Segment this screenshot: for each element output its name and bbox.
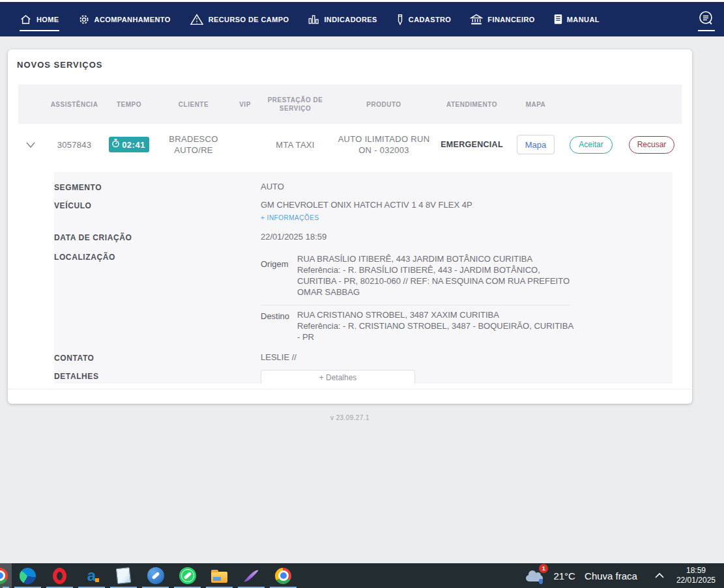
col-tempo: TEMPO <box>106 100 152 109</box>
home-icon <box>20 14 32 25</box>
veiculo-label: VEÍCULO <box>54 199 261 211</box>
detail-row-veiculo: VEÍCULO GM CHEVROLET ONIX HATCH ACTIV 1 … <box>54 199 673 223</box>
nav-item-label: CADASTRO <box>409 16 452 23</box>
taskbar-file-explorer-icon[interactable] <box>203 563 235 588</box>
detail-row-segmento: SEGMENTO AUTO <box>54 181 673 193</box>
chat-icon <box>697 9 715 30</box>
taskbar-app-a-icon[interactable]: a <box>76 563 108 588</box>
origem-destino-divider <box>261 305 570 305</box>
origem-label: Origem <box>261 253 291 270</box>
table-row: 3057843 02:41 BRADESCO AUTO/RE MTA TAXI … <box>18 124 682 165</box>
origem-referencia: Referência: - R. BRASÍLIO ITIBERÊ, 443 -… <box>297 265 570 297</box>
document-icon <box>554 14 562 25</box>
notification-badge: 1 <box>539 564 548 573</box>
taskbar-chrome-partial-icon[interactable] <box>0 563 12 588</box>
data-criacao-value: 22/01/2025 18:59 <box>261 231 673 242</box>
app-version: v 23.09.27.1 <box>8 414 692 421</box>
temperature-value: 21°C <box>553 570 575 581</box>
data-criacao-label: DATA DE CRIAÇÃO <box>54 231 261 243</box>
timer-badge: 02:41 <box>109 137 149 152</box>
nav-item-acompanhamento[interactable]: ACOMPANHAMENTO <box>78 2 171 36</box>
col-vip: VIP <box>235 100 255 109</box>
weather-summary[interactable]: 21°C Chuva fraca <box>553 570 637 581</box>
service-details: SEGMENTO AUTO VEÍCULO GM CHEVROLET ONIX … <box>54 172 673 384</box>
taskbar-whatsapp-icon[interactable] <box>171 563 203 588</box>
nav-item-label: HOME <box>36 16 59 23</box>
weather-condition: Chuva fraca <box>585 570 637 581</box>
detalhes-button[interactable]: + Detalhes <box>261 370 415 384</box>
detail-row-data-criacao: DATA DE CRIAÇÃO 22/01/2025 18:59 <box>54 231 673 243</box>
novos-servicos-panel: NOVOS SERVIÇOS ASSISTÊNCIA TEMPO CLIENTE… <box>8 49 692 404</box>
show-hidden-icons-chevron-up-icon[interactable] <box>654 572 665 580</box>
localizacao-label: LOCALIZAÇÃO <box>54 251 261 262</box>
nav-item-label: RECURSO DE CAMPO <box>209 16 289 23</box>
nav-item-label: INDICADORES <box>324 16 377 23</box>
taskbar-opera-icon[interactable] <box>44 563 76 588</box>
detail-row-contato: CONTATO LESLIE // <box>54 352 673 363</box>
taskbar-phone-app-icon[interactable] <box>139 563 171 588</box>
nav-item-label: ACOMPANHAMENTO <box>94 16 171 23</box>
aceitar-button[interactable]: Aceitar <box>570 136 613 154</box>
informacoes-link[interactable]: + INFORMAÇÕES <box>261 212 319 223</box>
windows-taskbar: a 1 21°C Chuva fraca 18:59 22/01/2025 <box>0 563 724 588</box>
top-nav: HOME ACOMPANHAMENTO RECURSO DE CAMPO IND… <box>0 0 724 36</box>
taskbar-right: 1 21°C Chuva fraca 18:59 22/01/2025 <box>525 566 724 585</box>
destino-address: RUA CRISTIANO STROBEL, 3487 XAXIM CURITI… <box>297 310 499 320</box>
prestacao-value: MTA TAXI <box>255 139 335 150</box>
contato-value: LESLIE // <box>261 352 673 363</box>
nav-item-manual[interactable]: MANUAL <box>554 2 600 36</box>
nav-item-financeiro[interactable]: FINANCEIRO <box>470 2 534 36</box>
col-assistencia: ASSISTÊNCIA <box>43 100 106 109</box>
page-title: NOVOS SERVIÇOS <box>17 60 103 70</box>
col-mapa: MAPA <box>511 100 560 109</box>
destino-label: Destino <box>261 309 291 322</box>
cliente-value: BRADESCO AUTO/RE <box>152 133 235 156</box>
taskbar-chrome-icon[interactable] <box>267 563 299 588</box>
col-cliente: CLIENTE <box>152 100 235 109</box>
detalhes-label: DETALHES <box>54 370 261 382</box>
nav-item-recurso-de-campo[interactable]: RECURSO DE CAMPO <box>190 2 289 36</box>
gear-icon <box>78 14 90 25</box>
mapa-button[interactable]: Mapa <box>517 135 555 154</box>
segmento-label: SEGMENTO <box>54 181 261 193</box>
origem-address: RUA BRASÍLIO ITIBERÊ, 443 JARDIM BOTÂNIC… <box>297 254 532 264</box>
nav-item-label: FINANCEIRO <box>487 16 534 23</box>
pencil-icon <box>396 14 404 25</box>
taskbar-clock[interactable]: 18:59 22/01/2025 <box>676 566 716 585</box>
raindrop-icon <box>539 579 543 584</box>
atendimento-badge: EMERGENCIAL <box>433 139 511 150</box>
table-header: ASSISTÊNCIA TEMPO CLIENTE VIP PRESTAÇÃO … <box>18 85 682 124</box>
segmento-value: AUTO <box>261 181 673 192</box>
expand-row-chevron-down-icon[interactable] <box>18 141 43 148</box>
recusar-button[interactable]: Recusar <box>629 136 674 154</box>
destino-block: Destino RUA CRISTIANO STROBEL, 3487 XAXI… <box>261 309 662 343</box>
bank-icon <box>470 14 483 25</box>
chat-button[interactable] <box>697 2 715 36</box>
taskbar-feather-icon[interactable] <box>235 563 267 588</box>
col-atendimento: ATENDIMENTO <box>433 100 511 109</box>
assistencia-value: 3057843 <box>43 139 106 150</box>
veiculo-value: GM CHEVROLET ONIX HATCH ACTIV 1 4 8V FLE… <box>261 200 472 210</box>
stopwatch-icon <box>111 139 120 150</box>
col-produto: PRODUTO <box>335 100 433 109</box>
clock-date: 22/01/2025 <box>676 576 716 585</box>
detail-row-detalhes: DETALHES + Detalhes <box>54 370 673 384</box>
clock-time: 18:59 <box>686 566 706 575</box>
bar-chart-icon <box>308 14 319 25</box>
col-prestacao-de-servico: PRESTAÇÃO DE SERVIÇO <box>255 96 335 113</box>
taskbar-notepad-icon[interactable] <box>108 563 139 588</box>
taskbar-edge-icon[interactable] <box>12 563 44 588</box>
weather-icon[interactable]: 1 <box>525 567 547 585</box>
timer-value: 02:41 <box>122 139 145 150</box>
detail-row-localizacao: LOCALIZAÇÃO Origem RUA BRASÍLIO ITIBERÊ,… <box>54 251 673 343</box>
origem-block: Origem RUA BRASÍLIO ITIBERÊ, 443 JARDIM … <box>261 253 662 298</box>
contato-label: CONTATO <box>54 352 261 363</box>
nav-item-indicadores[interactable]: INDICADORES <box>308 2 377 36</box>
nav-item-cadastro[interactable]: CADASTRO <box>396 2 452 36</box>
nav-item-home[interactable]: HOME <box>20 2 59 36</box>
produto-value: AUTO ILIMITADO RUN ON - 032003 <box>335 133 433 156</box>
card-bottom-divider <box>8 389 692 389</box>
nav-item-label: MANUAL <box>567 16 600 23</box>
road-icon <box>190 14 204 25</box>
destino-referencia: Referência: - R. CRISTIANO STROBEL, 3487… <box>297 321 573 342</box>
